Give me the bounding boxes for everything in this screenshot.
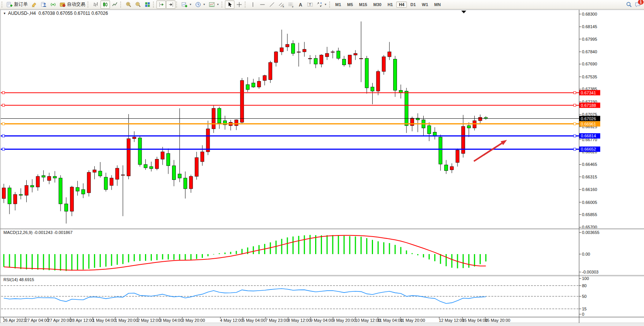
candle[interactable] bbox=[257, 81, 261, 87]
candle[interactable] bbox=[405, 91, 408, 126]
chart-canvas[interactable]: 0.0036550.00-0.0030310080501500.683000.6… bbox=[0, 9, 644, 326]
candle[interactable] bbox=[59, 178, 62, 204]
candle[interactable] bbox=[64, 204, 68, 211]
zoom-out-button[interactable] bbox=[133, 0, 143, 9]
candle[interactable] bbox=[478, 118, 482, 121]
candle[interactable] bbox=[303, 49, 306, 52]
trendline-button[interactable] bbox=[267, 0, 277, 9]
candle[interactable] bbox=[450, 167, 454, 170]
candle[interactable] bbox=[320, 55, 323, 64]
candle[interactable] bbox=[371, 87, 374, 91]
line-handle[interactable] bbox=[2, 148, 5, 150]
autotrade-button[interactable]: 自动交易 bbox=[58, 0, 87, 9]
candle[interactable] bbox=[314, 58, 317, 64]
line-handle[interactable] bbox=[574, 104, 576, 107]
candlestick-chart-button[interactable] bbox=[100, 0, 110, 9]
timeframe-button-m1[interactable]: M1 bbox=[333, 2, 344, 8]
candle[interactable] bbox=[388, 52, 391, 57]
candle[interactable] bbox=[2, 188, 6, 199]
candle[interactable] bbox=[172, 166, 176, 180]
line-handle[interactable] bbox=[2, 104, 5, 107]
candle[interactable] bbox=[138, 138, 142, 164]
candle[interactable] bbox=[456, 150, 459, 162]
candle[interactable] bbox=[81, 189, 85, 194]
candle[interactable] bbox=[325, 53, 329, 57]
candle[interactable] bbox=[467, 126, 470, 128]
candle[interactable] bbox=[53, 177, 57, 178]
auto-scroll-button[interactable] bbox=[166, 0, 175, 9]
chart-shift-button[interactable] bbox=[156, 0, 166, 9]
zoom-in-button[interactable] bbox=[124, 0, 133, 9]
candle[interactable] bbox=[348, 55, 351, 64]
candle[interactable] bbox=[110, 178, 113, 185]
candle[interactable] bbox=[48, 177, 51, 181]
publish-button[interactable] bbox=[39, 0, 48, 9]
signal-button[interactable] bbox=[48, 0, 58, 9]
candle[interactable] bbox=[394, 59, 397, 91]
candle[interactable] bbox=[410, 118, 414, 126]
candle[interactable] bbox=[104, 177, 108, 189]
line-handle[interactable] bbox=[574, 123, 576, 125]
chart-menu-triangle-icon[interactable]: ▼ bbox=[3, 12, 6, 15]
shapes-button[interactable]: ▼ bbox=[315, 0, 328, 9]
indicators-button[interactable]: ▼ bbox=[207, 0, 221, 9]
candle[interactable] bbox=[252, 83, 255, 87]
candle[interactable] bbox=[8, 188, 11, 204]
crosshair-button[interactable] bbox=[234, 0, 244, 9]
candle[interactable] bbox=[263, 76, 266, 81]
candle[interactable] bbox=[87, 172, 91, 193]
candle[interactable] bbox=[206, 129, 210, 152]
candle[interactable] bbox=[343, 59, 346, 65]
candle[interactable] bbox=[359, 58, 363, 59]
candle[interactable] bbox=[445, 165, 448, 171]
timeframe-button-h4[interactable]: H4 bbox=[396, 2, 407, 8]
candle[interactable] bbox=[70, 187, 73, 212]
candle[interactable] bbox=[246, 84, 249, 89]
line-chart-button[interactable] bbox=[110, 0, 120, 9]
profiles-button[interactable]: ▼ bbox=[193, 0, 207, 9]
bar-chart-button[interactable] bbox=[91, 0, 100, 9]
seal-button[interactable] bbox=[29, 0, 39, 9]
candle[interactable] bbox=[234, 120, 238, 126]
candle[interactable] bbox=[218, 108, 221, 123]
timeframe-button-m30[interactable]: M30 bbox=[371, 2, 384, 8]
candle[interactable] bbox=[189, 177, 193, 189]
candle[interactable] bbox=[161, 152, 164, 159]
candle[interactable] bbox=[269, 62, 272, 80]
line-handle[interactable] bbox=[574, 135, 576, 137]
candle[interactable] bbox=[99, 171, 102, 176]
candle[interactable] bbox=[331, 52, 335, 52]
chart-window[interactable]: 0.0036550.00-0.0030310080501500.683000.6… bbox=[0, 9, 644, 326]
candle[interactable] bbox=[354, 53, 357, 55]
line-handle[interactable] bbox=[2, 123, 5, 125]
candle[interactable] bbox=[286, 45, 289, 47]
candle[interactable] bbox=[42, 176, 45, 177]
candle[interactable] bbox=[337, 51, 340, 58]
candle[interactable] bbox=[291, 44, 295, 54]
candle[interactable] bbox=[76, 188, 79, 191]
candle[interactable] bbox=[144, 164, 147, 168]
text-label-button[interactable]: T bbox=[305, 0, 315, 9]
candle[interactable] bbox=[13, 194, 17, 204]
search-icon[interactable] bbox=[626, 2, 632, 8]
candle[interactable] bbox=[19, 194, 22, 195]
candle[interactable] bbox=[427, 126, 431, 134]
candle[interactable] bbox=[132, 137, 136, 138]
timeframe-button-m15[interactable]: M15 bbox=[356, 2, 370, 8]
candle[interactable] bbox=[25, 185, 28, 195]
candle[interactable] bbox=[150, 167, 153, 169]
timeframe-button-mn[interactable]: MN bbox=[432, 2, 443, 8]
candle[interactable] bbox=[116, 168, 119, 179]
candle[interactable] bbox=[155, 159, 159, 169]
candle[interactable] bbox=[30, 185, 34, 187]
tile-windows-button[interactable] bbox=[143, 0, 152, 9]
new-order-button[interactable]: 新订单 bbox=[5, 0, 29, 9]
chat-button[interactable]: 1 bbox=[634, 2, 641, 8]
candle[interactable] bbox=[195, 157, 198, 177]
candle[interactable] bbox=[183, 178, 187, 189]
candle[interactable] bbox=[280, 48, 284, 52]
text-button[interactable]: A bbox=[296, 0, 305, 9]
candle[interactable] bbox=[274, 52, 278, 62]
candle[interactable] bbox=[127, 139, 130, 176]
timeframe-button-m5[interactable]: M5 bbox=[344, 2, 355, 8]
